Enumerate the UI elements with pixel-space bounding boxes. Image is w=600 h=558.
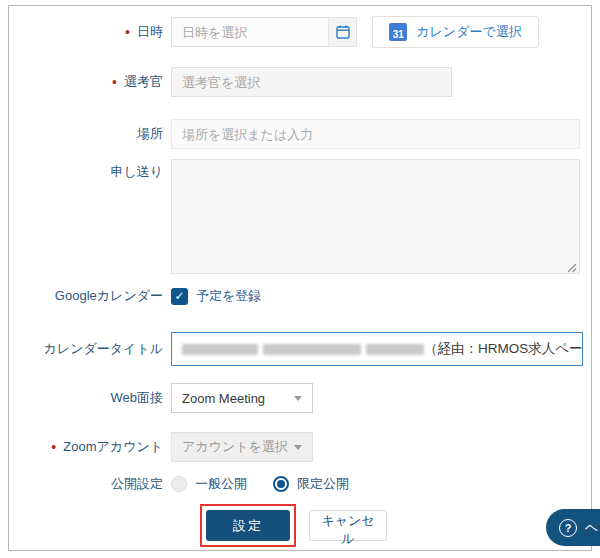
resize-handle[interactable] <box>567 261 577 271</box>
calendar-icon[interactable] <box>328 18 356 46</box>
interviewer-input[interactable] <box>171 67 452 97</box>
required-dot-icon: • <box>112 75 117 89</box>
redacted-text <box>366 344 424 355</box>
field-label-zoom-account: • Zoomアカウント <box>9 438 163 456</box>
radio-limited-label[interactable]: 限定公開 <box>297 475 349 493</box>
field-label-calendar-title: カレンダータイトル <box>9 340 163 358</box>
field-label-datetime: • 日時 <box>9 23 163 41</box>
web-interview-select[interactable]: Zoom Meeting <box>171 383 313 413</box>
form-panel: • 日時 31 カレンダーで選択 <box>8 5 592 551</box>
web-interview-selected-value: Zoom Meeting <box>182 391 265 406</box>
submit-button[interactable]: 設定 <box>206 510 290 541</box>
zoom-account-select[interactable]: アカウントを選択 <box>171 432 313 462</box>
calendar-select-button[interactable]: 31 カレンダーで選択 <box>372 16 539 48</box>
row-interviewer: • 選考官 <box>9 67 591 97</box>
row-location: 場所 <box>9 119 591 149</box>
field-label-interviewer: • 選考官 <box>9 73 163 91</box>
redacted-text <box>182 344 258 355</box>
row-google-calendar: Googleカレンダー ✓ 予定を登録 <box>9 286 591 306</box>
calendar-title-input[interactable]: （経由：HRMOS求人ページ） 会社 <box>171 332 583 366</box>
calendar-select-button-label: カレンダーで選択 <box>416 23 522 41</box>
location-input[interactable] <box>171 119 580 149</box>
row-datetime: • 日時 31 カレンダーで選択 <box>9 16 591 48</box>
google-calendar-icon: 31 <box>389 23 407 41</box>
required-dot-icon: • <box>125 25 130 39</box>
row-web-interview: Web面接 Zoom Meeting <box>9 383 591 413</box>
caret-down-icon <box>294 445 302 450</box>
field-label-location: 場所 <box>9 125 163 143</box>
radio-public[interactable] <box>171 476 187 492</box>
zoom-account-selected-value: アカウントを選択 <box>182 438 288 456</box>
cancel-button[interactable]: キャンセル <box>309 510 387 541</box>
calendar-title-suffix: （経由：HRMOS求人ページ） 会社 <box>424 340 583 358</box>
help-button[interactable]: ? ヘ <box>546 509 600 546</box>
row-notes: 申し送り <box>9 159 591 274</box>
row-zoom-account: • Zoomアカウント アカウントを選択 <box>9 432 591 462</box>
field-label-google-calendar: Googleカレンダー <box>9 287 163 305</box>
field-label-notes: 申し送り <box>9 163 163 181</box>
help-button-label: ヘ <box>585 519 598 537</box>
caret-down-icon <box>294 396 302 401</box>
register-schedule-checkbox-label[interactable]: 予定を登録 <box>196 287 261 305</box>
required-dot-icon: • <box>51 440 56 454</box>
radio-public-label[interactable]: 一般公開 <box>195 475 247 493</box>
notes-textarea[interactable] <box>171 159 580 274</box>
field-label-web-interview: Web面接 <box>9 389 163 407</box>
register-schedule-checkbox[interactable]: ✓ <box>171 288 188 305</box>
row-calendar-title: カレンダータイトル （経由：HRMOS求人ページ） 会社 <box>9 332 591 366</box>
redacted-text <box>263 344 361 355</box>
field-label-visibility: 公開設定 <box>9 475 163 493</box>
radio-limited[interactable] <box>273 476 289 492</box>
datetime-input[interactable] <box>172 18 328 46</box>
datetime-input-wrap <box>171 17 357 47</box>
question-mark-icon: ? <box>559 519 577 537</box>
row-visibility: 公開設定 一般公開 限定公開 <box>9 475 591 493</box>
